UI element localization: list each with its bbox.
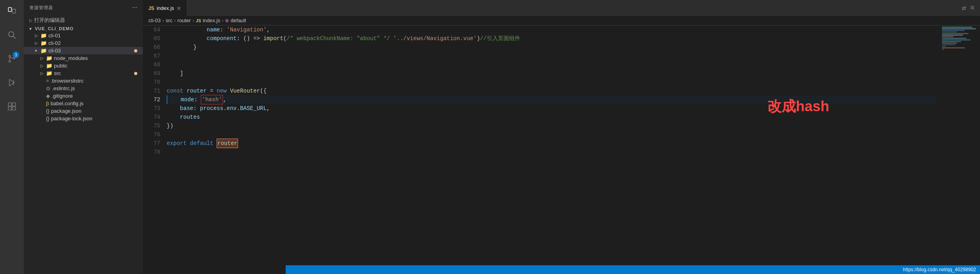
code-line-65: component: () => import(/* webpackChunkN… xyxy=(167,34,936,43)
breadcrumb-cli03: cli-03 xyxy=(148,17,161,23)
sidebar-item-cli-01[interactable]: ▷ 📁 cli-01 xyxy=(24,32,143,39)
sidebar: 资源管理器 ··· ▷ 打开的编辑器 ▾ VUE_CLI_DEMO ▷ 📁 cl… xyxy=(24,0,143,274)
minimap-content xyxy=(940,25,980,51)
status-bar: https://blog.csdn.net/qq_40298902 xyxy=(286,265,980,274)
code-line-77: export default router xyxy=(167,139,936,148)
source-control-badge: 3 xyxy=(13,52,19,58)
svg-point-5 xyxy=(9,60,11,62)
tab-bar: JS index.js ✕ ⇄ ≡ xyxy=(143,0,980,16)
tab-index-js[interactable]: JS index.js ✕ xyxy=(143,0,187,16)
code-line-66: } xyxy=(167,43,936,52)
more-actions-icon[interactable]: ≡ xyxy=(970,4,974,12)
tab-close-button[interactable]: ✕ xyxy=(177,5,181,12)
code-line-67 xyxy=(167,52,936,60)
sidebar-item-node-modules[interactable]: ▷ 📁 node_modules xyxy=(24,54,143,62)
code-line-76 xyxy=(167,130,936,139)
line-numbers: 64 65 66 67 68 69 70 71 72 73 74 75 76 7… xyxy=(143,25,167,274)
editor-area: JS index.js ✕ ⇄ ≡ cli-03 › src › router … xyxy=(143,0,980,274)
activity-bar: 3 xyxy=(0,0,24,274)
breadcrumb-src: src xyxy=(165,17,172,23)
sidebar-item-packagejson[interactable]: ▷ {} package.json xyxy=(24,107,143,115)
breadcrumb-indexjs: index.js xyxy=(203,17,220,23)
status-url: https://blog.csdn.net/qq_40298902 xyxy=(903,267,976,272)
svg-rect-12 xyxy=(12,107,15,110)
open-editors-section[interactable]: ▷ 打开的编辑器 xyxy=(24,15,143,25)
code-line-71: const router = new VueRouter({ xyxy=(167,87,936,95)
svg-line-3 xyxy=(13,36,15,39)
sidebar-item-gitignore[interactable]: ▷ ◆ .gitignore xyxy=(24,92,143,100)
sidebar-item-public[interactable]: ▷ 📁 public xyxy=(24,62,143,69)
root-arrow: ▾ xyxy=(29,27,33,31)
run-icon[interactable] xyxy=(4,75,20,91)
cli-03-modified-dot xyxy=(134,49,137,52)
root-label: VUE_CLI_DEMO xyxy=(35,26,74,31)
code-content: name: 'Navigation', component: () => imp… xyxy=(167,25,940,274)
sidebar-item-browserslistrc[interactable]: ▷ ≡ .browserslistrc xyxy=(24,77,143,85)
search-icon[interactable] xyxy=(4,27,20,43)
svg-rect-1 xyxy=(12,9,15,13)
src-modified-dot xyxy=(134,72,137,75)
breadcrumb-router: router xyxy=(177,17,191,23)
code-line-68 xyxy=(167,60,936,69)
sidebar-item-packagelock[interactable]: ▷ {} package-lock.json xyxy=(24,115,143,122)
code-line-64: name: 'Navigation', xyxy=(167,25,936,34)
svg-rect-9 xyxy=(8,103,12,106)
code-line-69: ] xyxy=(167,69,936,78)
source-control-icon[interactable]: 3 xyxy=(4,51,20,67)
svg-marker-7 xyxy=(10,79,15,86)
sidebar-item-babelconfig[interactable]: ▷ β babel.config.js xyxy=(24,100,143,107)
sidebar-item-cli-02[interactable]: ▷ 📁 cli-02 xyxy=(24,39,143,47)
open-editors-arrow: ▷ xyxy=(29,18,33,23)
tab-js-icon: JS xyxy=(148,6,154,11)
svg-rect-0 xyxy=(8,8,12,12)
code-line-78 xyxy=(167,148,936,156)
sidebar-item-eslintrc[interactable]: ▷ ⊙ .eslintrc.js xyxy=(24,85,143,92)
split-editor-icon[interactable]: ⇄ xyxy=(962,4,966,12)
code-line-72: mode: 'hash', xyxy=(167,95,936,104)
code-line-70 xyxy=(167,78,936,87)
breadcrumb-default: default xyxy=(231,17,246,23)
breadcrumb-func-icon: ⊕ xyxy=(225,18,229,23)
svg-rect-10 xyxy=(12,103,15,106)
breadcrumb-js-icon: JS xyxy=(196,18,201,23)
code-line-73: base: process.env.BASE_URL, xyxy=(167,104,936,113)
minimap xyxy=(940,25,980,274)
tab-label: index.js xyxy=(157,5,174,11)
sidebar-title: 资源管理器 xyxy=(29,5,53,11)
code-line-74: routes xyxy=(167,113,936,122)
svg-point-2 xyxy=(9,32,14,37)
open-editors-label: 打开的编辑器 xyxy=(34,17,65,24)
svg-rect-11 xyxy=(8,107,12,110)
code-line-75: }) xyxy=(167,122,936,130)
svg-point-4 xyxy=(9,55,11,57)
breadcrumb: cli-03 › src › router › JS index.js › ⊕ … xyxy=(143,16,980,25)
sidebar-header: 资源管理器 ··· xyxy=(24,0,143,15)
extensions-icon[interactable] xyxy=(4,98,20,114)
files-icon[interactable] xyxy=(4,3,20,19)
sidebar-item-cli-03[interactable]: ▾ 📁 cli-03 xyxy=(24,47,143,54)
sidebar-item-src[interactable]: ▷ 📁 src xyxy=(24,69,143,77)
root-folder[interactable]: ▾ VUE_CLI_DEMO xyxy=(24,25,143,32)
code-editor[interactable]: 64 65 66 67 68 69 70 71 72 73 74 75 76 7… xyxy=(143,25,980,274)
sidebar-more-button[interactable]: ··· xyxy=(132,4,137,11)
